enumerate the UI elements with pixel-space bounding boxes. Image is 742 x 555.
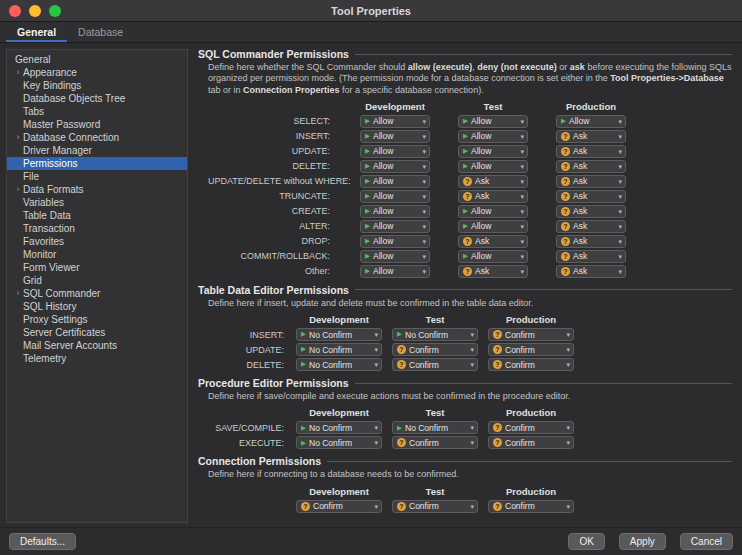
select-select-development[interactable]: ▶Allow▾: [360, 115, 430, 128]
select-other-development[interactable]: ▶Allow▾: [360, 265, 430, 278]
sidebar-item-key-bindings[interactable]: Key Bindings: [7, 79, 187, 92]
select-delete-development[interactable]: ▶Allow▾: [360, 160, 430, 173]
select-execute-test[interactable]: ?Confirm▾: [392, 436, 478, 449]
defaults-button[interactable]: Defaults...: [9, 533, 76, 550]
select-commit-rollback-production[interactable]: ?Ask▾: [556, 250, 626, 263]
cancel-button[interactable]: Cancel: [680, 533, 733, 550]
select-save-compile-production[interactable]: ?Confirm▾: [488, 421, 574, 434]
play-icon: ▶: [397, 331, 402, 338]
sidebar-item-file[interactable]: File: [7, 170, 187, 183]
select-execute-development[interactable]: ▶No Confirm▾: [296, 436, 382, 449]
select-commit-rollback-development[interactable]: ▶Allow▾: [360, 250, 430, 263]
select-truncate-test[interactable]: ?Ask▾: [458, 190, 528, 203]
column-header-test: Test: [458, 101, 528, 113]
select-delete-production[interactable]: ?Confirm▾: [488, 358, 574, 371]
sidebar-item-monitor[interactable]: Monitor: [7, 248, 187, 261]
selected-value: Allow: [471, 251, 518, 261]
sidebar-item-mail-server-accounts[interactable]: Mail Server Accounts: [7, 339, 187, 352]
select-insert-development[interactable]: ▶No Confirm▾: [296, 328, 382, 341]
select-insert-test[interactable]: ▶Allow▾: [458, 130, 528, 143]
sidebar-item-transaction[interactable]: Transaction: [7, 222, 187, 235]
expand-arrow-icon[interactable]: ›: [13, 287, 23, 300]
sidebar-item-data-formats[interactable]: ›Data Formats: [7, 183, 187, 196]
select-other-production[interactable]: ?Ask▾: [556, 265, 626, 278]
select-other-test[interactable]: ?Ask▾: [458, 265, 528, 278]
select-create-production[interactable]: ?Ask▾: [556, 205, 626, 218]
sidebar-item-driver-manager[interactable]: Driver Manager: [7, 144, 187, 157]
question-icon: ?: [493, 345, 502, 354]
select-truncate-production[interactable]: ?Ask▾: [556, 190, 626, 203]
column-header-test: Test: [392, 407, 478, 419]
select-update-delete-without-where-production[interactable]: ?Ask▾: [556, 175, 626, 188]
select-commit-rollback-test[interactable]: ▶Allow▾: [458, 250, 528, 263]
select-delete-development[interactable]: ▶No Confirm▾: [296, 358, 382, 371]
select-drop-test[interactable]: ?Ask▾: [458, 235, 528, 248]
expand-arrow-icon[interactable]: ›: [13, 131, 23, 144]
select-select-production[interactable]: ▶Allow▾: [556, 115, 626, 128]
expand-arrow-icon[interactable]: ›: [13, 66, 23, 79]
sidebar-item-telemetry[interactable]: Telemetry: [7, 352, 187, 365]
select-create-development[interactable]: ▶Allow▾: [360, 205, 430, 218]
sidebar-item-master-password[interactable]: Master Password: [7, 118, 187, 131]
select-update-development[interactable]: ▶Allow▾: [360, 145, 430, 158]
play-icon: ▶: [365, 163, 370, 170]
select-update-production[interactable]: ?Confirm▾: [488, 343, 574, 356]
sidebar-item-appearance[interactable]: ›Appearance: [7, 66, 187, 79]
select-connection-permissions-test[interactable]: ?Confirm▾: [392, 500, 478, 513]
select-alter-production[interactable]: ?Ask▾: [556, 220, 626, 233]
sidebar-item-favorites[interactable]: Favorites: [7, 235, 187, 248]
select-update-delete-without-where-test[interactable]: ?Ask▾: [458, 175, 528, 188]
selected-value: Allow: [373, 266, 420, 276]
sidebar-item-sql-history[interactable]: SQL History: [7, 300, 187, 313]
sidebar-item-permissions[interactable]: Permissions: [7, 157, 187, 170]
select-insert-production[interactable]: ?Confirm▾: [488, 328, 574, 341]
sidebar-item-form-viewer[interactable]: Form Viewer: [7, 261, 187, 274]
select-drop-production[interactable]: ?Ask▾: [556, 235, 626, 248]
sidebar-item-database-connection[interactable]: ›Database Connection: [7, 131, 187, 144]
sidebar-item-general[interactable]: General: [7, 53, 187, 66]
select-insert-production[interactable]: ?Ask▾: [556, 130, 626, 143]
select-update-test[interactable]: ▶Allow▾: [458, 145, 528, 158]
sidebar-item-grid[interactable]: Grid: [7, 274, 187, 287]
select-connection-permissions-production[interactable]: ?Confirm▾: [488, 500, 574, 513]
select-save-compile-test[interactable]: ▶No Confirm▾: [392, 421, 478, 434]
ok-button[interactable]: OK: [568, 533, 604, 550]
sidebar-item-sql-commander[interactable]: ›SQL Commander: [7, 287, 187, 300]
sidebar-item-table-data[interactable]: Table Data: [7, 209, 187, 222]
sidebar-item-variables[interactable]: Variables: [7, 196, 187, 209]
expand-arrow-icon[interactable]: ›: [13, 183, 23, 196]
select-create-test[interactable]: ▶Allow▾: [458, 205, 528, 218]
select-drop-development[interactable]: ▶Allow▾: [360, 235, 430, 248]
play-icon: ▶: [463, 208, 468, 215]
select-insert-test[interactable]: ▶No Confirm▾: [392, 328, 478, 341]
sidebar-item-server-certificates[interactable]: Server Certificates: [7, 326, 187, 339]
sidebar-item-label: Driver Manager: [23, 145, 92, 156]
select-delete-production[interactable]: ?Ask▾: [556, 160, 626, 173]
select-select-test[interactable]: ▶Allow▾: [458, 115, 528, 128]
minimize-button[interactable]: [29, 5, 41, 17]
select-alter-development[interactable]: ▶Allow▾: [360, 220, 430, 233]
select-update-development[interactable]: ▶No Confirm▾: [296, 343, 382, 356]
apply-button[interactable]: Apply: [619, 533, 666, 550]
close-button[interactable]: [9, 5, 21, 17]
sidebar-item-proxy-settings[interactable]: Proxy Settings: [7, 313, 187, 326]
play-icon: ▶: [365, 148, 370, 155]
tab-general[interactable]: General: [6, 22, 67, 42]
select-update-delete-without-where-development[interactable]: ▶Allow▾: [360, 175, 430, 188]
sidebar-item-database-objects-tree[interactable]: Database Objects Tree: [7, 92, 187, 105]
select-alter-test[interactable]: ▶Allow▾: [458, 220, 528, 233]
zoom-button[interactable]: [49, 5, 61, 17]
select-update-test[interactable]: ?Confirm▾: [392, 343, 478, 356]
select-insert-development[interactable]: ▶Allow▾: [360, 130, 430, 143]
section-rule: [355, 54, 732, 55]
tab-database[interactable]: Database: [67, 22, 134, 42]
select-delete-test[interactable]: ▶Allow▾: [458, 160, 528, 173]
select-connection-permissions-development[interactable]: ?Confirm▾: [296, 500, 382, 513]
select-delete-test[interactable]: ?Confirm▾: [392, 358, 478, 371]
chevron-down-icon: ▾: [618, 223, 622, 230]
select-execute-production[interactable]: ?Confirm▾: [488, 436, 574, 449]
select-save-compile-development[interactable]: ▶No Confirm▾: [296, 421, 382, 434]
select-truncate-development[interactable]: ▶Allow▾: [360, 190, 430, 203]
sidebar-item-tabs[interactable]: Tabs: [7, 105, 187, 118]
select-update-production[interactable]: ?Ask▾: [556, 145, 626, 158]
